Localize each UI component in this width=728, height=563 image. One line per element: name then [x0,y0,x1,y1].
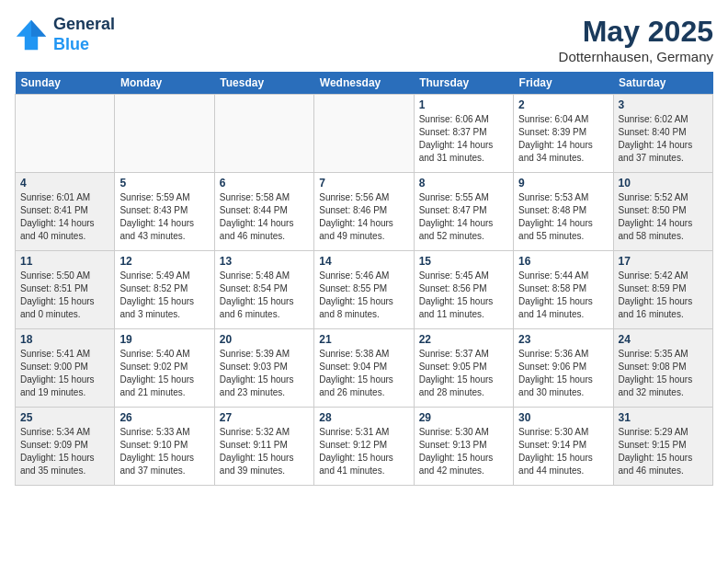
day-number: 17 [619,255,708,268]
day-detail: Sunrise: 6:01 AM Sunset: 8:41 PM Dayligh… [20,191,109,243]
weekday-header: Monday [115,72,214,95]
calendar-cell: 23Sunrise: 5:36 AM Sunset: 9:06 PM Dayli… [514,329,613,408]
day-number: 13 [220,255,309,268]
day-detail: Sunrise: 6:06 AM Sunset: 8:37 PM Dayligh… [419,113,508,165]
weekday-header: Sunday [16,72,115,95]
calendar-cell: 1Sunrise: 6:06 AM Sunset: 8:37 PM Daylig… [414,95,513,173]
day-number: 25 [20,411,109,424]
day-detail: Sunrise: 5:35 AM Sunset: 9:08 PM Dayligh… [619,348,708,399]
day-detail: Sunrise: 5:34 AM Sunset: 9:09 PM Dayligh… [20,426,109,477]
calendar-week-row: 11Sunrise: 5:50 AM Sunset: 8:51 PM Dayli… [16,251,713,329]
day-detail: Sunrise: 5:31 AM Sunset: 9:12 PM Dayligh… [319,426,408,477]
day-number: 26 [119,411,209,424]
day-detail: Sunrise: 5:29 AM Sunset: 9:15 PM Dayligh… [619,426,708,477]
calendar-cell: 30Sunrise: 5:30 AM Sunset: 9:14 PM Dayli… [514,408,613,486]
calendar-cell: 27Sunrise: 5:32 AM Sunset: 9:11 PM Dayli… [214,408,313,486]
day-number: 22 [419,333,508,346]
day-number: 30 [518,411,608,424]
day-number: 16 [518,255,608,268]
day-number: 6 [220,177,309,190]
title-area: May 2025 Dotternhausen, Germany [559,15,713,64]
day-number: 5 [119,177,209,190]
calendar-cell: 4Sunrise: 6:01 AM Sunset: 8:41 PM Daylig… [16,173,115,251]
day-detail: Sunrise: 5:52 AM Sunset: 8:50 PM Dayligh… [619,191,708,243]
day-detail: Sunrise: 5:49 AM Sunset: 8:52 PM Dayligh… [119,270,209,321]
logo-icon [15,18,48,52]
day-number: 4 [20,177,109,190]
location: Dotternhausen, Germany [559,49,713,64]
day-number: 19 [119,333,209,346]
day-number: 8 [419,177,508,190]
day-detail: Sunrise: 6:04 AM Sunset: 8:39 PM Dayligh… [518,113,608,165]
logo-line1: General [53,15,115,35]
day-number: 20 [220,333,309,346]
calendar-week-row: 18Sunrise: 5:41 AM Sunset: 9:00 PM Dayli… [16,329,713,408]
weekday-header: Thursday [414,72,513,95]
svg-marker-1 [31,19,46,36]
day-number: 23 [518,333,608,346]
calendar-cell: 3Sunrise: 6:02 AM Sunset: 8:40 PM Daylig… [613,95,712,173]
day-detail: Sunrise: 5:55 AM Sunset: 8:47 PM Dayligh… [419,191,508,243]
calendar-table: SundayMondayTuesdayWednesdayThursdayFrid… [15,72,713,486]
calendar-cell: 17Sunrise: 5:42 AM Sunset: 8:59 PM Dayli… [613,251,712,329]
calendar-cell: 28Sunrise: 5:31 AM Sunset: 9:12 PM Dayli… [314,408,414,486]
calendar-cell [214,95,313,173]
day-detail: Sunrise: 5:40 AM Sunset: 9:02 PM Dayligh… [119,348,209,399]
day-number: 11 [20,255,109,268]
calendar-cell: 10Sunrise: 5:52 AM Sunset: 8:50 PM Dayli… [613,173,712,251]
calendar-header-row: SundayMondayTuesdayWednesdayThursdayFrid… [16,72,713,95]
day-detail: Sunrise: 5:53 AM Sunset: 8:48 PM Dayligh… [518,191,608,243]
calendar-cell: 5Sunrise: 5:59 AM Sunset: 8:43 PM Daylig… [115,173,214,251]
day-detail: Sunrise: 5:56 AM Sunset: 8:46 PM Dayligh… [319,191,408,243]
weekday-header: Saturday [613,72,712,95]
weekday-header: Wednesday [314,72,414,95]
day-number: 9 [518,177,608,190]
day-number: 14 [319,255,408,268]
calendar-cell: 11Sunrise: 5:50 AM Sunset: 8:51 PM Dayli… [16,251,115,329]
calendar-week-row: 25Sunrise: 5:34 AM Sunset: 9:09 PM Dayli… [16,408,713,486]
weekday-header: Friday [514,72,613,95]
day-number: 24 [619,333,708,346]
day-number: 29 [419,411,508,424]
calendar-cell [16,95,115,173]
calendar-cell: 13Sunrise: 5:48 AM Sunset: 8:54 PM Dayli… [214,251,313,329]
calendar-cell: 7Sunrise: 5:56 AM Sunset: 8:46 PM Daylig… [314,173,414,251]
calendar-cell: 14Sunrise: 5:46 AM Sunset: 8:55 PM Dayli… [314,251,414,329]
day-number: 27 [220,411,309,424]
day-detail: Sunrise: 5:37 AM Sunset: 9:05 PM Dayligh… [419,348,508,399]
day-detail: Sunrise: 5:42 AM Sunset: 8:59 PM Dayligh… [619,270,708,321]
calendar-cell: 20Sunrise: 5:39 AM Sunset: 9:03 PM Dayli… [214,329,313,408]
day-detail: Sunrise: 5:36 AM Sunset: 9:06 PM Dayligh… [518,348,608,399]
calendar-cell [314,95,414,173]
calendar-cell: 26Sunrise: 5:33 AM Sunset: 9:10 PM Dayli… [115,408,214,486]
calendar-cell: 9Sunrise: 5:53 AM Sunset: 8:48 PM Daylig… [514,173,613,251]
day-number: 2 [518,98,608,111]
month-title: May 2025 [559,15,713,49]
calendar-cell: 21Sunrise: 5:38 AM Sunset: 9:04 PM Dayli… [314,329,414,408]
day-detail: Sunrise: 5:45 AM Sunset: 8:56 PM Dayligh… [419,270,508,321]
day-detail: Sunrise: 5:30 AM Sunset: 9:14 PM Dayligh… [518,426,608,477]
calendar-week-row: 1Sunrise: 6:06 AM Sunset: 8:37 PM Daylig… [16,95,713,173]
day-number: 21 [319,333,408,346]
day-number: 10 [619,177,708,190]
day-detail: Sunrise: 5:30 AM Sunset: 9:13 PM Dayligh… [419,426,508,477]
calendar-cell [115,95,214,173]
day-number: 18 [20,333,109,346]
calendar-cell: 6Sunrise: 5:58 AM Sunset: 8:44 PM Daylig… [214,173,313,251]
day-number: 12 [119,255,209,268]
calendar-cell: 8Sunrise: 5:55 AM Sunset: 8:47 PM Daylig… [414,173,513,251]
day-detail: Sunrise: 5:58 AM Sunset: 8:44 PM Dayligh… [220,191,309,243]
day-detail: Sunrise: 5:50 AM Sunset: 8:51 PM Dayligh… [20,270,109,321]
calendar-cell: 18Sunrise: 5:41 AM Sunset: 9:00 PM Dayli… [16,329,115,408]
page-header: General Blue May 2025 Dotternhausen, Ger… [15,15,713,64]
calendar-cell: 16Sunrise: 5:44 AM Sunset: 8:58 PM Dayli… [514,251,613,329]
calendar-cell: 22Sunrise: 5:37 AM Sunset: 9:05 PM Dayli… [414,329,513,408]
day-detail: Sunrise: 5:44 AM Sunset: 8:58 PM Dayligh… [518,270,608,321]
day-detail: Sunrise: 5:46 AM Sunset: 8:55 PM Dayligh… [319,270,408,321]
calendar-cell: 12Sunrise: 5:49 AM Sunset: 8:52 PM Dayli… [115,251,214,329]
day-detail: Sunrise: 6:02 AM Sunset: 8:40 PM Dayligh… [619,113,708,165]
day-detail: Sunrise: 5:41 AM Sunset: 9:00 PM Dayligh… [20,348,109,399]
day-detail: Sunrise: 5:48 AM Sunset: 8:54 PM Dayligh… [220,270,309,321]
day-detail: Sunrise: 5:32 AM Sunset: 9:11 PM Dayligh… [220,426,309,477]
day-number: 1 [419,98,508,111]
